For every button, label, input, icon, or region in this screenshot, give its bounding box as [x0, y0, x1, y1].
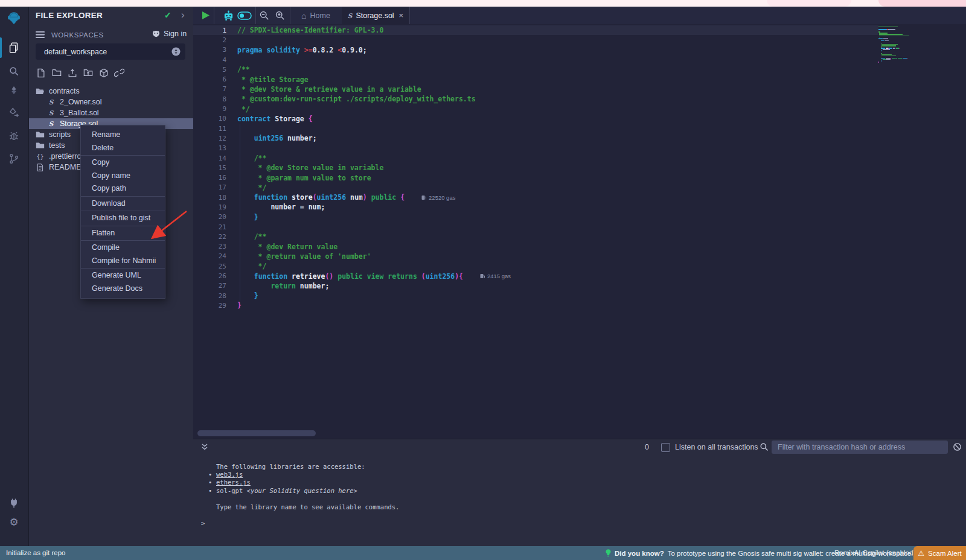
code-text: * @title Storage	[226, 75, 309, 84]
tree-item-contracts[interactable]: contracts	[29, 86, 193, 97]
listen-checkbox[interactable]	[661, 443, 670, 452]
menu-item-copy-name[interactable]: Copy name	[81, 170, 165, 183]
menu-item-rename[interactable]: Rename	[81, 129, 165, 142]
code-line-12[interactable]: 12 uint256 number;	[193, 133, 878, 143]
upload-folder-icon[interactable]	[83, 68, 93, 78]
menu-item-copy-path[interactable]: Copy path	[81, 182, 165, 196]
terminal-link[interactable]: ethers.js	[216, 479, 251, 486]
menu-item-generate-docs[interactable]: Generate Docs	[81, 282, 165, 296]
menu-item-generate-uml[interactable]: Generate UML	[81, 269, 165, 282]
code-line-8[interactable]: 8 * @custom:dev-run-script ./scripts/dep…	[193, 94, 878, 104]
tree-item-2-owner-sol[interactable]: S2_Owner.sol	[29, 97, 193, 107]
line-number: 22	[193, 233, 226, 241]
code-line-26[interactable]: 26 function retrieve() public view retur…	[193, 271, 878, 281]
new-file-icon[interactable]	[36, 68, 46, 78]
panel-title: FILE EXPLORER	[36, 11, 103, 20]
code-line-18[interactable]: 18 function store(uint256 num) public {2…	[193, 192, 878, 202]
workspace-select[interactable]: default_workspace	[36, 43, 185, 60]
git-icon[interactable]	[7, 151, 21, 166]
upload-file-icon[interactable]	[67, 68, 77, 78]
code-line-20[interactable]: 20 }	[193, 212, 878, 222]
code-line-1[interactable]: 1// SPDX-License-Identifier: GPL-3.0	[193, 25, 878, 35]
solidity-compiler-icon[interactable]	[7, 83, 21, 98]
line-number: 17	[193, 183, 226, 191]
menu-item-publish-file-to-gist[interactable]: Publish file to gist	[81, 212, 165, 225]
menu-item-compile[interactable]: Compile	[81, 241, 165, 255]
zoom-out-icon[interactable]	[257, 7, 270, 24]
menu-item-download[interactable]: Download	[81, 197, 165, 211]
import-link-icon[interactable]	[114, 68, 124, 78]
ipfs-cube-icon[interactable]	[98, 68, 109, 78]
git-init-button[interactable]: Initialize as git repo	[6, 549, 65, 556]
solidity-file-icon: S	[46, 109, 56, 116]
code-line-14[interactable]: 14 /**	[193, 153, 878, 163]
code-line-24[interactable]: 24 * @return value of 'number'	[193, 252, 878, 261]
code-line-27[interactable]: 27 return number;	[193, 281, 878, 291]
tab-close-icon[interactable]: ×	[399, 11, 404, 20]
code-line-19[interactable]: 19 number = num;	[193, 202, 878, 212]
chevron-right-icon[interactable]: ›	[181, 9, 185, 21]
copilot-toggle[interactable]	[237, 7, 252, 24]
code-line-13[interactable]: 13	[193, 144, 878, 153]
code-text: /**	[226, 232, 266, 241]
collapse-terminal-icon[interactable]	[201, 443, 208, 451]
menu-item-copy[interactable]: Copy	[81, 156, 165, 170]
code-editor[interactable]: 1// SPDX-License-Identifier: GPL-3.023pr…	[193, 25, 878, 311]
code-line-23[interactable]: 23 * @dev Return value	[193, 242, 878, 252]
tree-item-3-ballot-sol[interactable]: S3_Ballot.sol	[29, 107, 193, 118]
terminal-prompt[interactable]: >	[201, 520, 205, 527]
editor-minimap[interactable]	[878, 27, 960, 63]
settings-gear-icon[interactable]: ⚙	[7, 515, 21, 529]
clear-console-icon[interactable]	[953, 442, 962, 451]
menu-item-delete[interactable]: Delete	[81, 142, 165, 155]
deploy-run-icon[interactable]	[7, 106, 21, 120]
code-line-5[interactable]: 5/**	[193, 65, 878, 74]
remixai-robot-icon[interactable]	[221, 7, 235, 24]
code-line-28[interactable]: 28 }	[193, 291, 878, 301]
code-line-25[interactable]: 25 */	[193, 261, 878, 271]
code-line-9[interactable]: 9 */	[193, 104, 878, 113]
code-line-3[interactable]: 3pragma solidity >=0.8.2 <0.9.0;	[193, 45, 878, 55]
debugger-icon[interactable]	[7, 129, 21, 143]
menu-item-compile-for-nahmii[interactable]: Compile for Nahmii	[81, 255, 165, 268]
code-line-15[interactable]: 15 * @dev Store value in variable	[193, 163, 878, 173]
code-line-2[interactable]: 2	[193, 35, 878, 45]
browser-strip-pill-right	[878, 0, 966, 7]
code-line-10[interactable]: 10contract Storage {	[193, 114, 878, 124]
zoom-in-icon[interactable]	[273, 7, 286, 24]
code-line-7[interactable]: 7 * @dev Store & retrieve value in a var…	[193, 84, 878, 94]
workspaces-menu-icon[interactable]	[36, 31, 45, 39]
listen-label[interactable]: Listen on all transactions	[675, 443, 758, 451]
code-line-17[interactable]: 17 */	[193, 183, 878, 192]
code-line-29[interactable]: 29}	[193, 301, 878, 310]
code-line-22[interactable]: 22 /**	[193, 232, 878, 241]
check-icon[interactable]: ✓	[164, 10, 171, 20]
remix-logo-icon[interactable]	[7, 11, 21, 25]
code-line-16[interactable]: 16 * @param num value to store	[193, 173, 878, 182]
run-script-play-button[interactable]	[199, 7, 213, 24]
transaction-filter-input[interactable]	[772, 441, 948, 454]
plugin-manager-icon[interactable]	[7, 496, 21, 511]
tab-home[interactable]: ⌂ Home	[290, 7, 342, 24]
code-text: /**	[226, 65, 250, 74]
code-text: * @param num value to store	[226, 174, 371, 182]
bulb-icon	[606, 549, 611, 557]
code-line-6[interactable]: 6 * @title Storage	[193, 74, 878, 84]
line-number: 6	[193, 75, 226, 83]
horizontal-scrollbar[interactable]	[197, 430, 316, 436]
terminal-link[interactable]: web3.js	[216, 471, 243, 478]
copilot-status[interactable]: RemixAI Copilot (enabled)	[834, 549, 915, 556]
search-icon[interactable]	[7, 64, 21, 78]
code-text: */	[226, 183, 266, 192]
code-line-21[interactable]: 21	[193, 222, 878, 232]
new-folder-icon[interactable]	[51, 68, 62, 78]
tab-storage-sol[interactable]: S Storage.sol ×	[342, 7, 409, 24]
code-line-4[interactable]: 4	[193, 55, 878, 65]
sign-in-button[interactable]: Sign in	[152, 30, 187, 38]
scam-alert-button[interactable]: ⚠ Scam Alert	[913, 546, 966, 560]
file-explorer-icon[interactable]	[7, 40, 21, 55]
menu-item-flatten[interactable]: Flatten	[81, 227, 165, 240]
terminal-search-icon	[760, 442, 769, 451]
code-line-11[interactable]: 11	[193, 124, 878, 133]
line-number: 15	[193, 164, 226, 172]
